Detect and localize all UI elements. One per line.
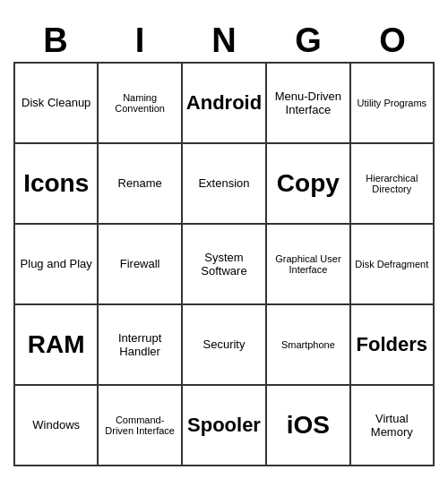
bingo-cell-21: Command-Driven Interface <box>99 386 182 466</box>
bingo-cell-15: RAM <box>15 305 99 386</box>
bingo-cell-4: Utility Programs <box>351 64 435 144</box>
header-letter-I: I <box>98 21 182 60</box>
bingo-cell-12: System Software <box>183 225 267 305</box>
bingo-cell-2: Android <box>183 64 267 144</box>
bingo-cell-16: Interrupt Handler <box>99 305 182 386</box>
bingo-header: BINGO <box>13 21 435 60</box>
bingo-cell-13: Graphical User Interface <box>267 225 350 305</box>
bingo-cell-22: Spooler <box>183 386 267 466</box>
bingo-cell-8: Copy <box>267 144 350 225</box>
header-letter-N: N <box>182 21 266 60</box>
bingo-cell-9: Hierarchical Directory <box>351 144 435 225</box>
bingo-cell-10: Plug and Play <box>15 225 99 305</box>
bingo-cell-11: Firewall <box>99 225 182 305</box>
bingo-grid: Disk CleanupNaming ConventionAndroidMenu… <box>13 62 435 466</box>
bingo-cell-1: Naming Convention <box>99 64 182 144</box>
bingo-cell-20: Windows <box>15 386 99 466</box>
bingo-card: BINGO Disk CleanupNaming ConventionAndro… <box>13 21 435 466</box>
header-letter-G: G <box>266 21 350 60</box>
bingo-cell-7: Extension <box>183 144 267 225</box>
bingo-cell-6: Rename <box>99 144 182 225</box>
bingo-cell-17: Security <box>183 305 267 386</box>
bingo-cell-14: Disk Defragment <box>351 225 435 305</box>
header-letter-O: O <box>350 21 435 60</box>
header-letter-B: B <box>13 21 98 60</box>
bingo-cell-19: Folders <box>351 305 435 386</box>
bingo-cell-24: Virtual Memory <box>351 386 435 466</box>
bingo-cell-23: iOS <box>267 386 350 466</box>
bingo-cell-0: Disk Cleanup <box>15 64 99 144</box>
bingo-cell-18: Smartphone <box>267 305 350 386</box>
bingo-cell-3: Menu-Driven Interface <box>267 64 350 144</box>
bingo-cell-5: Icons <box>15 144 99 225</box>
